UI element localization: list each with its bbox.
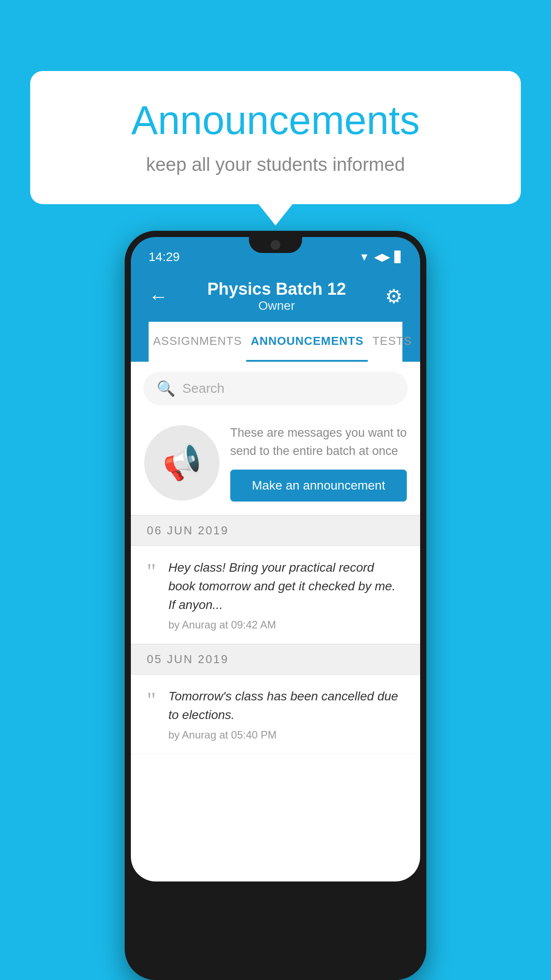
wifi-icon: ▼ [359,251,370,263]
promo-block: 📢 These are messages you want to send to… [131,415,420,515]
message-text-2: Tomorrow's class has been cancelled due … [168,687,404,724]
phone-screen: ← Physics Batch 12 Owner ⚙ ASSIGNMENTS A… [131,269,420,881]
bubble-subtitle: keep all your students informed [52,154,499,175]
make-announcement-button[interactable]: Make an announcement [230,470,407,502]
message-text-1: Hey class! Bring your practical record b… [168,558,404,614]
app-header: ← Physics Batch 12 Owner ⚙ ASSIGNMENTS A… [131,269,420,362]
batch-title: Physics Batch 12 [168,280,385,299]
quote-icon-2: " [147,689,156,711]
promo-description: These are messages you want to send to t… [230,424,407,460]
message-content-1: Hey class! Bring your practical record b… [168,558,404,631]
header-row: ← Physics Batch 12 Owner ⚙ [149,280,402,322]
tab-assignments[interactable]: ASSIGNMENTS [149,322,246,362]
promo-icon-circle: 📢 [144,425,220,501]
phone-frame: 14:29 ▼ ◀▶ ▊ ← Physics Batch 12 Owner ⚙ [125,231,426,980]
tab-tests[interactable]: TESTS [368,322,416,362]
date-separator-2: 05 JUN 2019 [131,644,420,675]
phone-notch [249,237,302,253]
bubble-title: Announcements [52,98,499,143]
message-meta-1: by Anurag at 09:42 AM [168,619,404,631]
status-icons: ▼ ◀▶ ▊ [359,251,402,263]
tab-bar: ASSIGNMENTS ANNOUNCEMENTS TESTS › [149,322,402,362]
speech-bubble: Announcements keep all your students inf… [30,71,521,204]
message-content-2: Tomorrow's class has been cancelled due … [168,687,404,741]
megaphone-icon: 📢 [158,440,205,486]
promo-content: These are messages you want to send to t… [230,424,407,502]
message-meta-2: by Anurag at 05:40 PM [168,729,404,741]
tab-more[interactable]: › [416,322,420,362]
status-time: 14:29 [149,250,180,264]
battery-icon: ▊ [394,251,402,263]
date-separator-1: 06 JUN 2019 [131,515,420,546]
front-camera [271,240,280,250]
header-title-group: Physics Batch 12 Owner [168,280,385,313]
phone-wrapper: 14:29 ▼ ◀▶ ▊ ← Physics Batch 12 Owner ⚙ [30,231,521,980]
settings-icon[interactable]: ⚙ [385,285,402,308]
search-icon: 🔍 [157,379,175,397]
search-placeholder: Search [182,381,224,396]
back-button[interactable]: ← [149,285,168,308]
signal-icon: ◀▶ [374,251,390,263]
batch-role: Owner [168,299,385,313]
tab-announcements[interactable]: ANNOUNCEMENTS [246,322,368,362]
message-item-2[interactable]: " Tomorrow's class has been cancelled du… [131,675,420,754]
search-bar[interactable]: 🔍 Search [143,371,408,405]
quote-icon-1: " [147,560,156,582]
message-item-1[interactable]: " Hey class! Bring your practical record… [131,546,420,644]
